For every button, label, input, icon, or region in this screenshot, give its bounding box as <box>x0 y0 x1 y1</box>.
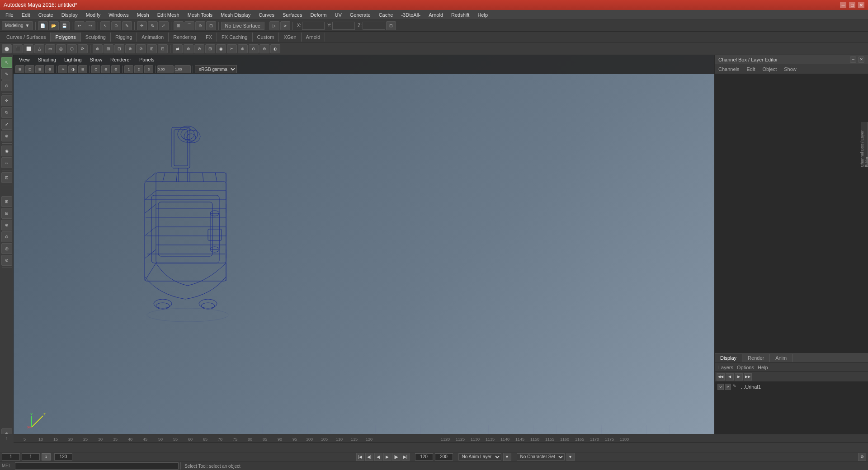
render-button[interactable]: ▷ <box>269 21 279 30</box>
go-end-button[interactable]: ▶| <box>401 453 410 461</box>
delete-edge-button[interactable]: ⊟ <box>158 44 168 53</box>
extrude-button[interactable]: ⊕ <box>93 44 103 53</box>
le-menu-help[interactable]: Help <box>758 365 768 370</box>
layer-tool-2[interactable]: ⊟ <box>1 208 12 219</box>
tab-xgen[interactable]: XGen <box>279 33 301 42</box>
mode-dropdown[interactable]: Modeling ▼ <box>2 21 33 30</box>
sculpt-tool[interactable]: ⌂ <box>1 157 12 168</box>
vp-menu-panels[interactable]: Panels <box>136 56 158 63</box>
coord-z-input[interactable] <box>363 22 385 30</box>
poly-prism-button[interactable]: ⬡ <box>67 44 77 53</box>
tab-fx-caching[interactable]: FX Caching <box>217 33 252 42</box>
bridge-button[interactable]: ⊡ <box>114 44 124 53</box>
lasso-tool-button[interactable]: ⊙ <box>111 21 121 30</box>
tab-polygons[interactable]: Polygons <box>51 33 80 42</box>
poly-cyl-button[interactable]: ⬜ <box>24 44 33 53</box>
menu-arnold[interactable]: Arnold <box>425 11 447 19</box>
paint-tool-button[interactable]: ✎ <box>122 21 132 30</box>
layer-add-btn[interactable]: ◀◀ <box>717 373 725 381</box>
boolean-button[interactable]: ⊞ <box>205 44 215 53</box>
poly-helix-button[interactable]: ⟳ <box>78 44 88 53</box>
menu-windows[interactable]: Windows <box>105 11 132 19</box>
bevel-button[interactable]: ⊞ <box>104 44 113 53</box>
layer-p-btn[interactable]: P <box>725 384 731 390</box>
viewport[interactable]: View Shading Lighting Show Renderer Pane… <box>14 55 714 443</box>
vp-menu-view[interactable]: View <box>15 56 33 63</box>
vp-shadow-btn[interactable]: ◑ <box>68 65 77 73</box>
menu-mesh[interactable]: Mesh <box>133 11 153 19</box>
tab-fx[interactable]: FX <box>201 33 217 42</box>
attr-editor-tab[interactable]: Channel Box / Layer Editor <box>861 122 868 167</box>
step-forward-button[interactable]: |▶ <box>392 453 401 461</box>
tab-animation[interactable]: Animation <box>137 33 169 42</box>
menu-display[interactable]: Display <box>58 11 81 19</box>
coord-y-input[interactable] <box>332 22 355 30</box>
connect-button[interactable]: ⊕ <box>238 44 248 53</box>
menu-mesh-display[interactable]: Mesh Display <box>217 11 254 19</box>
vp-gamma-select[interactable]: sRGB gamma <box>195 65 237 73</box>
vp-menu-lighting[interactable]: Lighting <box>61 56 85 63</box>
anim-layer-select[interactable]: No Anim Layer <box>458 453 501 461</box>
menu-help[interactable]: Help <box>474 11 491 19</box>
menu-mesh-tools[interactable]: Mesh Tools <box>184 11 216 19</box>
redo-button[interactable]: ↪ <box>85 21 95 30</box>
menu-uv[interactable]: UV <box>331 11 345 19</box>
menu-curves[interactable]: Curves <box>255 11 278 19</box>
move-tool-button[interactable]: ✛ <box>137 21 147 30</box>
layer-tool-6[interactable]: ⊙ <box>1 255 12 266</box>
scale-tool[interactable]: ⤢ <box>1 119 12 130</box>
menu-redshift[interactable]: Redshift <box>448 11 473 19</box>
restore-button[interactable]: □ <box>849 2 855 8</box>
paint-select-tool[interactable]: ✎ <box>1 69 12 80</box>
rotate-tool[interactable]: ↻ <box>1 107 12 118</box>
poly-cone-button[interactable]: △ <box>34 44 44 53</box>
poly-disk-button[interactable]: ◎ <box>56 44 66 53</box>
step-back-button[interactable]: ◀| <box>365 453 373 461</box>
soft-mod-tool[interactable]: ◉ <box>1 146 12 156</box>
cb-tab-channels[interactable]: Channels <box>717 66 741 73</box>
menu-3dtall[interactable]: -3DtoAll- <box>397 11 424 19</box>
frame-end-input[interactable] <box>54 453 72 461</box>
multi-cut-button[interactable]: ✂ <box>227 44 237 53</box>
vp-isolate-btn[interactable]: ⊙ <box>91 65 100 73</box>
menu-surfaces[interactable]: Surfaces <box>279 11 306 19</box>
tab-rendering[interactable]: Rendering <box>169 33 201 42</box>
select-tool[interactable]: ↖ <box>1 57 12 68</box>
vp-grid-btn[interactable]: ⊡ <box>25 65 34 73</box>
coord-enter-button[interactable]: ⊡ <box>386 21 396 30</box>
wedge-button[interactable]: ◐ <box>270 44 280 53</box>
fill-hole-button[interactable]: ◉ <box>216 44 226 53</box>
menu-modify[interactable]: Modify <box>82 11 104 19</box>
select-tool-button[interactable]: ↖ <box>100 21 110 30</box>
vp-menu-show[interactable]: Show <box>86 56 106 63</box>
layer-tool-4[interactable]: ⊘ <box>1 231 12 242</box>
snap-grid-button[interactable]: ⊞ <box>174 21 184 30</box>
layer-last-btn[interactable]: ▶▶ <box>744 373 752 381</box>
vp-wire-btn[interactable]: ⊟ <box>35 65 44 73</box>
menu-generate[interactable]: Generate <box>346 11 374 19</box>
poly-plane-button[interactable]: ▭ <box>45 44 55 53</box>
tab-arnold[interactable]: Arnold <box>302 33 326 42</box>
cb-tab-edit[interactable]: Edit <box>745 66 757 73</box>
anim-layer-options[interactable]: ▼ <box>503 453 511 461</box>
le-menu-layers[interactable]: Layers <box>718 365 733 370</box>
layer-tab-display[interactable]: Display <box>715 354 742 362</box>
tab-rigging[interactable]: Rigging <box>111 33 137 42</box>
scale-tool-button[interactable]: ⤢ <box>159 21 169 30</box>
layer-prev-btn[interactable]: ◀ <box>726 373 734 381</box>
vp-res1-btn[interactable]: 1 <box>124 65 133 73</box>
playback-option-btn[interactable]: ⚙ <box>858 453 866 461</box>
rotate-tool-button[interactable]: ↻ <box>148 21 158 30</box>
mirror-button[interactable]: ⇄ <box>173 44 183 53</box>
vp-res2-btn[interactable]: 2 <box>134 65 143 73</box>
vp-float-input[interactable] <box>157 65 174 73</box>
vp-shading-btn[interactable]: ⊕ <box>45 65 54 73</box>
layer-tool-5[interactable]: ◎ <box>1 243 12 254</box>
vp-camera-btn[interactable]: ⊞ <box>15 65 24 73</box>
undo-button[interactable]: ↩ <box>75 21 85 30</box>
play-back-button[interactable]: ◀ <box>374 453 382 461</box>
poke-button[interactable]: ⊛ <box>259 44 269 53</box>
char-set-options[interactable]: ▼ <box>566 453 575 461</box>
combine-button[interactable]: ⊕ <box>184 44 193 53</box>
vp-texture-btn[interactable]: ⊞ <box>78 65 87 73</box>
